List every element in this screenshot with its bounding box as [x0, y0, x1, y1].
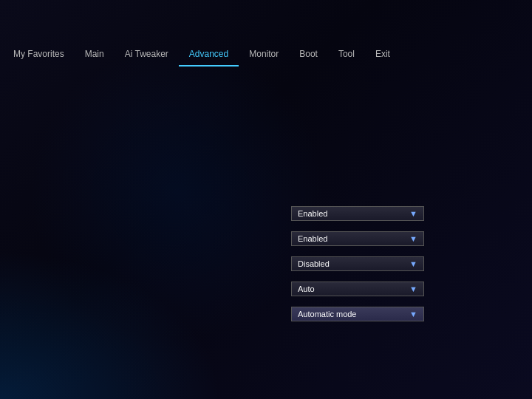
pss-support-dropdown[interactable]: Enabled ▼: [291, 206, 424, 221]
nav-monitor[interactable]: Monitor: [239, 43, 289, 65]
nx-mode-dropdown[interactable]: Enabled ▼: [291, 231, 424, 246]
smt-mode-dropdown[interactable]: Auto ▼: [291, 282, 424, 296]
dropdown-arrow-icon: ▼: [409, 209, 417, 218]
dropdown-arrow-icon: ▼: [409, 259, 417, 268]
dropdown-arrow-icon: ▼: [409, 284, 417, 293]
nav-exit[interactable]: Exit: [365, 43, 400, 65]
nav-my-favorites[interactable]: My Favorites: [3, 43, 75, 65]
nav-main[interactable]: Main: [75, 43, 115, 65]
dropdown-arrow-icon: ▼: [409, 310, 417, 318]
svm-mode-dropdown[interactable]: Disabled ▼: [291, 256, 424, 271]
dropdown-arrow-icon: ▼: [409, 234, 417, 243]
core-leveling-dropdown[interactable]: Automatic mode ▼: [291, 307, 424, 321]
nav-ai-tweaker[interactable]: Ai Tweaker: [115, 43, 179, 65]
nav-boot[interactable]: Boot: [289, 43, 328, 65]
nav-tool[interactable]: Tool: [328, 43, 365, 65]
nav-advanced[interactable]: Advanced: [179, 43, 239, 66]
